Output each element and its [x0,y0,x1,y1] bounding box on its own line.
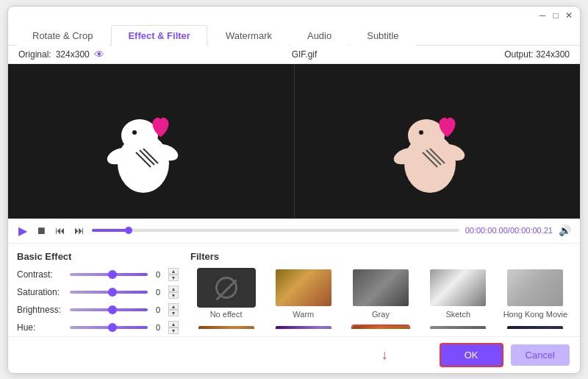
svg-point-4 [132,130,137,135]
filter-no-effect-thumb [197,268,256,308]
filters-panel: Filters No effect Warm [190,251,571,329]
output-size: 324x300 [536,49,570,60]
filter-coord-preview [430,326,486,329]
brightness-thumb[interactable] [108,305,117,314]
filter-current[interactable]: ✓ Current Plain [345,325,416,329]
filter-hk-thumb [506,268,564,308]
original-size: 324x300 [56,49,90,60]
brightness-spinner[interactable]: ▲ ▼ [168,303,179,316]
tab-subtitle[interactable]: Subtitle [350,25,415,46]
svg-point-14 [419,130,423,135]
saturation-thumb[interactable] [108,288,117,297]
contrast-slider[interactable] [70,269,148,280]
filter-hk-label: Hong Kong Movie [503,310,567,319]
brightness-value: 0 [151,305,165,314]
hue-up[interactable]: ▲ [168,321,179,327]
preview-left-canvas [92,82,209,200]
cancel-button[interactable]: Cancel [511,344,570,366]
filter-no-effect[interactable]: No effect [190,268,262,319]
progress-bar[interactable] [92,229,459,232]
filter-stars-thumb [506,325,564,329]
brightness-label: Brightness: [17,305,70,315]
brightness-up[interactable]: ▲ [168,303,179,310]
hue-thumb[interactable] [108,323,117,332]
filter-hong-kong[interactable]: Hong Kong Movie [500,268,571,319]
saturation-label: Saturation: [17,287,70,297]
filter-orange-dots[interactable]: Orange Dots [190,325,262,329]
filter-purple[interactable]: Purple [268,325,339,329]
filter-warm-label: Warm [293,310,314,319]
tab-bar: Rotate & Crop Effect & Filter Watermark … [8,24,580,46]
hue-down[interactable]: ▼ [168,327,179,334]
filter-warm[interactable]: Warm [268,268,339,319]
filter-warm-preview [276,269,331,306]
original-label: Original: [18,49,51,60]
volume-icon[interactable]: 🔊 [559,224,571,236]
contrast-label: Contrast: [17,269,70,280]
effects-panel: Basic Effect Contrast: 0 ▲ ▼ Saturation: [17,251,179,329]
saturation-slider[interactable] [70,286,148,298]
hue-label: Hue: [17,322,70,333]
filter-gray-thumb [351,268,410,308]
tab-rotate-crop[interactable]: Rotate & Crop [15,25,110,46]
saturation-down[interactable]: ▼ [168,292,179,299]
progress-thumb[interactable] [125,227,132,234]
prev-button[interactable]: ⏮ [54,224,67,236]
brightness-slider[interactable] [70,304,148,316]
output-label: Output: [504,49,533,60]
filter-sketch-preview [430,269,486,306]
ok-button[interactable]: OK [440,343,503,367]
brightness-down[interactable]: ▼ [168,310,179,316]
saturation-spinner[interactable]: ▲ ▼ [168,286,179,299]
hue-spinner[interactable]: ▲ ▼ [168,321,179,334]
filter-gray-preview [353,269,409,306]
saturation-value: 0 [151,288,165,297]
play-button[interactable]: ▶ [17,224,29,238]
contrast-spinner[interactable]: ▲ ▼ [168,268,179,281]
contrast-row: Contrast: 0 ▲ ▼ [17,268,179,281]
contrast-thumb[interactable] [108,270,117,279]
time-display: 00:00:00.00/00:00:00.21 [465,226,553,235]
minimize-button[interactable]: ─ [537,10,548,21]
time-current: 00:00:00.00 [465,226,508,235]
no-effect-icon [215,277,237,299]
filename: GIF.gif [292,49,318,60]
arrow-indicator: ↓ [381,347,388,363]
filters-grid: No effect Warm Gray [190,268,571,329]
saturation-up[interactable]: ▲ [168,286,179,292]
hue-row: Hue: 0 ▲ ▼ [17,321,179,334]
filter-gray[interactable]: Gray [345,268,416,319]
filter-coord-thumb [429,325,487,329]
hue-slider[interactable] [70,322,148,333]
filter-purple-preview [276,326,331,329]
filter-stars[interactable]: Stars [500,325,571,329]
filter-coordinates[interactable]: Coordinates [423,325,494,329]
tab-watermark[interactable]: Watermark [209,25,289,46]
close-button[interactable]: ✕ [564,10,574,21]
contrast-up[interactable]: ▲ [168,268,179,274]
tab-audio[interactable]: Audio [290,25,348,46]
filter-purple-thumb [274,325,333,329]
filter-hk-preview [507,269,563,306]
filter-sketch[interactable]: Sketch [423,268,494,319]
next-button[interactable]: ⏭ [73,224,86,236]
filter-current-thumb: ✓ [351,325,410,329]
eye-icon[interactable]: 👁 [94,49,104,60]
contrast-value: 0 [151,270,165,279]
preview-panel-right [295,64,581,219]
footer-area: ↓ OK Cancel [8,336,580,373]
filter-sketch-thumb [429,268,487,308]
info-bar: Original: 324x300 👁 GIF.gif Output: 324x… [8,46,580,64]
progress-fill [92,229,129,232]
preview-right-canvas [379,82,496,200]
preview-area [8,64,580,219]
contrast-down[interactable]: ▼ [168,274,179,281]
preview-panel-left [8,64,295,219]
maximize-button[interactable]: □ [551,10,561,21]
stop-button[interactable]: ⏹ [35,224,48,236]
bottom-area: Basic Effect Contrast: 0 ▲ ▼ Saturation: [8,244,580,336]
filter-orange-thumb [197,325,256,329]
filter-current-preview [353,326,409,329]
tab-effect-filter[interactable]: Effect & Filter [111,25,207,46]
filters-title: Filters [190,251,571,262]
